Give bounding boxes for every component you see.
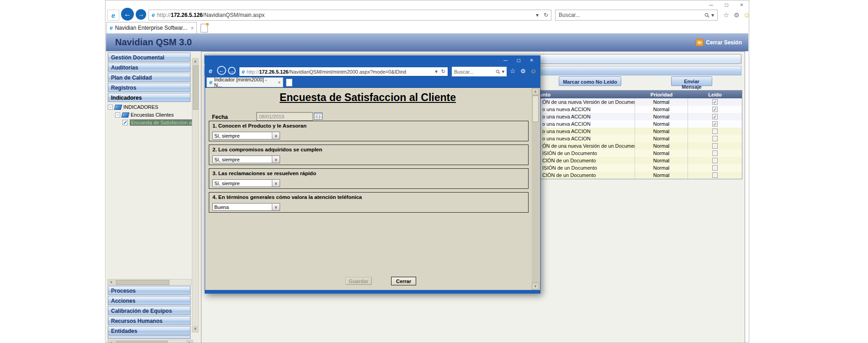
refresh-icon[interactable]: ↻: [441, 69, 445, 75]
read-checkbox[interactable]: ✓: [712, 121, 718, 127]
tree-collapse-icon[interactable]: −: [115, 113, 120, 118]
tab-close-icon[interactable]: ×: [278, 80, 281, 85]
answer-select[interactable]: Sí, siempre∨: [212, 155, 280, 163]
calendar-icon[interactable]: [314, 113, 323, 120]
popup-tab[interactable]: e Indicador [mintm2000] - N... ×: [206, 77, 283, 87]
read-checkbox[interactable]: [712, 158, 718, 163]
search-dropdown-icon[interactable]: ▾: [711, 12, 714, 18]
answer-select[interactable]: Sí, siempre∨: [212, 132, 280, 139]
forward-button[interactable]: →: [136, 9, 146, 20]
select-arrow-icon[interactable]: ∨: [272, 180, 280, 187]
address-bar[interactable]: e http://172.26.5.126/NavidianQSM/mint/m…: [239, 67, 448, 76]
sidebar-item-partial[interactable]: [108, 336, 191, 339]
sidebar-item-gesti-n-documental[interactable]: Gestión Documental: [108, 53, 191, 62]
close-icon[interactable]: ×: [530, 57, 533, 64]
sidebar-item-acciones[interactable]: Acciones: [108, 296, 191, 305]
sidebar-item-procesos[interactable]: Procesos: [108, 286, 191, 295]
cell-leido: [688, 164, 742, 172]
feedback-icon[interactable]: ☺: [743, 11, 749, 19]
close-button[interactable]: Cerrar: [391, 277, 416, 285]
scroll-thumb[interactable]: [532, 96, 539, 122]
autocomplete-dropdown-icon[interactable]: ▾: [536, 12, 539, 18]
restore-icon[interactable]: □: [725, 2, 728, 8]
autocomplete-dropdown-icon[interactable]: ▾: [435, 69, 438, 75]
search-box[interactable]: Buscar... ▾: [452, 67, 507, 76]
mark-unread-button[interactable]: Marcar como No Leído: [559, 76, 621, 86]
sidebar-item-entidades[interactable]: Entidades: [108, 326, 191, 335]
select-arrow-icon[interactable]: ∨: [272, 204, 280, 210]
back-button[interactable]: ←: [217, 66, 226, 75]
sidebar-vertical-scrollbar[interactable]: ∧ ∨: [192, 58, 199, 332]
sidebar-item-registros[interactable]: Registros: [108, 83, 191, 92]
read-checkbox[interactable]: ✓: [712, 107, 718, 112]
date-input[interactable]: [256, 112, 313, 121]
back-button[interactable]: ←: [121, 8, 134, 21]
scroll-thumb[interactable]: [116, 341, 168, 343]
new-tab-button[interactable]: [286, 79, 292, 86]
scroll-thumb[interactable]: [193, 65, 199, 110]
save-button[interactable]: Guardar: [345, 277, 372, 285]
tree-collapse-icon[interactable]: −: [108, 105, 113, 110]
cell-prioridad: Normal: [635, 106, 688, 113]
scroll-left-icon[interactable]: ‹: [108, 279, 115, 285]
search-dropdown-icon[interactable]: ▾: [502, 69, 504, 75]
settings-icon[interactable]: ⚙: [520, 68, 526, 75]
cell-prioridad: Normal: [635, 120, 688, 128]
answer-select[interactable]: Sí, siempre∨: [212, 179, 280, 187]
new-tab-button[interactable]: [201, 24, 208, 32]
read-checkbox[interactable]: [712, 165, 718, 171]
read-checkbox[interactable]: [712, 172, 718, 178]
minimize-icon[interactable]: ─: [709, 2, 713, 8]
sidebar-item-indicadores[interactable]: Indicadores: [108, 93, 191, 102]
scroll-up-icon[interactable]: ∧: [192, 59, 198, 65]
refresh-icon[interactable]: ↻: [544, 12, 548, 18]
tree-node-indicadores[interactable]: −INDICADORES: [106, 104, 191, 110]
cell-prioridad: Normal: [635, 157, 688, 164]
sidebar-item-calibraci-n-de-equipos[interactable]: Calibración de Equipos: [108, 306, 191, 315]
maximize-icon[interactable]: □: [517, 57, 520, 64]
scroll-down-icon[interactable]: ∨: [532, 283, 539, 289]
settings-icon[interactable]: ⚙: [734, 11, 740, 19]
feedback-icon[interactable]: ☺: [530, 67, 536, 75]
address-bar[interactable]: e http://172.26.5.126/NavidianQSM/main.a…: [148, 10, 551, 21]
logout-button[interactable]: Cerrar Sesión: [696, 39, 742, 46]
search-icon[interactable]: [704, 13, 709, 18]
search-placeholder: Buscar...: [454, 69, 474, 75]
scroll-left-icon[interactable]: ‹: [108, 340, 115, 343]
sidebar-item-recursos-humanos[interactable]: Recursos Humanos: [108, 316, 191, 325]
minimize-icon[interactable]: ─: [503, 57, 508, 64]
forward-button[interactable]: →: [228, 67, 236, 75]
column-header-leido[interactable]: Leído: [688, 92, 742, 97]
ie-window-icon: e: [107, 10, 119, 21]
select-arrow-icon[interactable]: ∨: [272, 156, 280, 163]
scroll-right-icon[interactable]: ›: [186, 340, 193, 343]
tab-close-icon[interactable]: ×: [191, 25, 194, 31]
read-checkbox[interactable]: [712, 143, 718, 149]
read-checkbox[interactable]: ✓: [712, 99, 718, 105]
tree-horizontal-scrollbar[interactable]: ‹: [107, 279, 191, 285]
search-icon[interactable]: [496, 70, 500, 74]
form-vertical-scrollbar[interactable]: ∧ ∨: [532, 88, 539, 289]
read-checkbox[interactable]: [712, 150, 718, 156]
select-arrow-icon[interactable]: ∨: [272, 132, 280, 139]
sidebar-horizontal-scrollbar[interactable]: ‹ ›: [107, 340, 193, 343]
send-message-button[interactable]: Enviar Mensaje: [671, 76, 712, 86]
scroll-thumb[interactable]: [116, 280, 169, 285]
search-box[interactable]: Buscar... ▾: [555, 10, 718, 21]
read-checkbox[interactable]: [712, 129, 718, 134]
url-domain: 172.26.5.126: [259, 69, 288, 75]
read-checkbox[interactable]: ✓: [712, 114, 718, 119]
scroll-up-icon[interactable]: ∧: [532, 88, 539, 95]
sidebar-item-auditorias[interactable]: Auditorias: [108, 63, 191, 72]
favorites-icon[interactable]: ☆: [510, 67, 516, 75]
favorites-icon[interactable]: ☆: [723, 11, 729, 19]
tree-node-encuesta-de-satisfaccion-al[interactable]: Encuesta de Satisfaccion al: [106, 119, 191, 126]
close-icon[interactable]: ×: [740, 2, 743, 8]
answer-select[interactable]: Buena∨: [212, 203, 280, 211]
column-header-prioridad[interactable]: Prioridad: [635, 92, 688, 97]
scroll-down-icon[interactable]: ∨: [192, 326, 198, 332]
browser-tab[interactable]: e Navidian Enterprise Softwar... ×: [106, 22, 197, 33]
read-checkbox[interactable]: [712, 136, 718, 141]
tree-node-encuestas-clientes[interactable]: −Encuestas Clientes: [106, 112, 191, 118]
sidebar-item-plan-de-calidad[interactable]: Plan de Calidad: [108, 73, 191, 82]
